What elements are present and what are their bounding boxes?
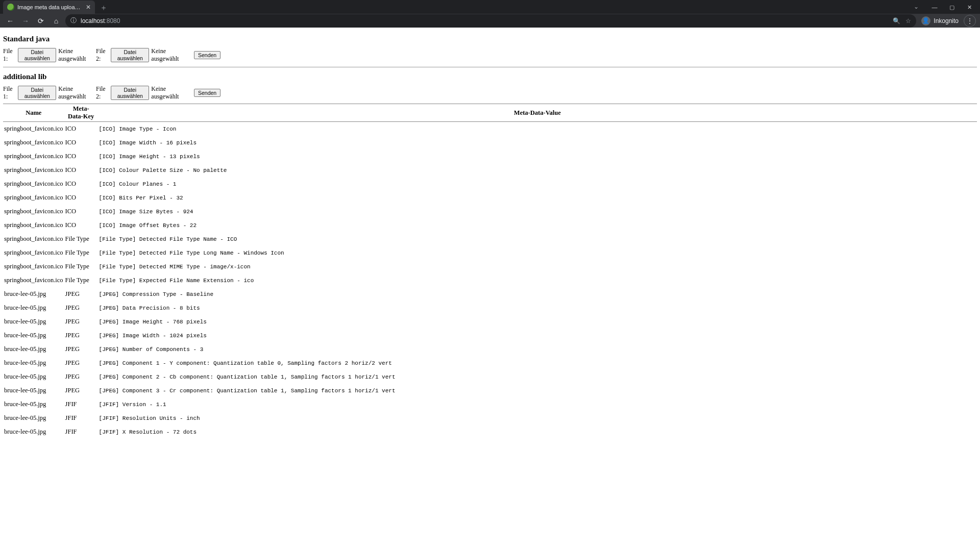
cell-key: JPEG xyxy=(64,315,98,329)
cell-name: springboot_favicon.ico xyxy=(3,205,64,218)
tab-overflow-icon[interactable]: ⌄ xyxy=(914,3,919,11)
file2-label-lib: File 2: xyxy=(96,85,109,101)
table-row: springboot_favicon.icoFile Type[File Typ… xyxy=(3,246,977,260)
cell-value: [File Type] Expected File Name Extension… xyxy=(98,273,977,287)
profile-chip[interactable]: 👤 Inkognito xyxy=(919,16,961,26)
cell-key: File Type xyxy=(64,260,98,273)
minimize-icon[interactable]: — xyxy=(927,2,942,12)
table-row: bruce-lee-05.jpgJFIF[JFIF] X Resolution … xyxy=(3,425,977,439)
zoom-icon[interactable]: 🔍 xyxy=(893,17,900,24)
cell-name: springboot_favicon.ico xyxy=(3,246,64,260)
col-key: Meta-Data-Key xyxy=(64,104,98,122)
cell-value: [JPEG] Compression Type - Baseline xyxy=(98,287,977,301)
cell-value: [ICO] Image Height - 13 pixels xyxy=(98,149,977,163)
heading-standard-java: Standard java xyxy=(3,35,977,43)
cell-value: [ICO] Image Width - 16 pixels xyxy=(98,136,977,149)
cell-value: [JFIF] Resolution Units - inch xyxy=(98,411,977,425)
cell-value: [JPEG] Component 1 - Y component: Quanti… xyxy=(98,356,977,370)
file1-choose-button-lib[interactable]: Datei auswählen xyxy=(18,86,56,100)
new-tab-button[interactable]: + xyxy=(98,3,109,14)
file1-label: File 1: xyxy=(3,47,16,63)
browser-chrome: Image meta data upload Exampl ✕ + ⌄ — ▢ … xyxy=(0,0,980,28)
back-button[interactable]: ← xyxy=(4,15,16,27)
bookmark-icon[interactable]: ☆ xyxy=(905,17,911,24)
cell-value: [JFIF] Version - 1.1 xyxy=(98,397,977,411)
tab-title: Image meta data upload Exampl xyxy=(17,4,83,10)
heading-additional-lib: additional lib xyxy=(3,72,977,81)
form-standard: File 1: Datei auswählen Keine ausgewählt… xyxy=(3,47,977,66)
cell-value: [ICO] Image Offset Bytes - 22 xyxy=(98,218,977,232)
cell-value: [JPEG] Image Width - 1024 pixels xyxy=(98,329,977,342)
table-row: springboot_favicon.icoFile Type[File Typ… xyxy=(3,232,977,246)
cell-key: ICO xyxy=(64,218,98,232)
address-bar[interactable]: ⓘ localhost:8080 🔍 ☆ xyxy=(65,14,916,28)
col-name: Name xyxy=(3,104,64,122)
submit-lib-button[interactable]: Senden xyxy=(194,89,220,97)
cell-key: File Type xyxy=(64,273,98,287)
cell-value: [JPEG] Image Height - 768 pixels xyxy=(98,315,977,329)
cell-name: bruce-lee-05.jpg xyxy=(3,287,64,301)
page-body: Standard java File 1: Datei auswählen Ke… xyxy=(0,28,980,449)
cell-key: JPEG xyxy=(64,342,98,356)
cell-key: JFIF xyxy=(64,397,98,411)
window-controls: — ▢ ✕ xyxy=(927,2,977,12)
table-row: bruce-lee-05.jpgJPEG[JPEG] Data Precisio… xyxy=(3,301,977,315)
browser-toolbar: ← → ⟳ ⌂ ⓘ localhost:8080 🔍 ☆ 👤 Inkognito… xyxy=(0,14,980,28)
file1-status: Keine ausgewählt xyxy=(58,47,94,63)
cell-key: ICO xyxy=(64,122,98,136)
cell-value: [File Type] Detected MIME Type - image/x… xyxy=(98,260,977,273)
cell-value: [JPEG] Component 3 - Cr component: Quant… xyxy=(98,384,977,397)
cell-name: bruce-lee-05.jpg xyxy=(3,370,64,384)
cell-name: bruce-lee-05.jpg xyxy=(3,411,64,425)
cell-key: ICO xyxy=(64,136,98,149)
home-button[interactable]: ⌂ xyxy=(50,15,62,27)
maximize-icon[interactable]: ▢ xyxy=(944,2,960,12)
cell-key: JPEG xyxy=(64,384,98,397)
close-window-icon[interactable]: ✕ xyxy=(962,2,977,12)
cell-key: JFIF xyxy=(64,425,98,439)
cell-name: bruce-lee-05.jpg xyxy=(3,315,64,329)
submit-standard-button[interactable]: Senden xyxy=(194,51,220,59)
file2-label: File 2: xyxy=(96,47,109,63)
cell-name: bruce-lee-05.jpg xyxy=(3,425,64,439)
tab-strip: Image meta data upload Exampl ✕ + ⌄ — ▢ … xyxy=(0,0,980,14)
cell-name: springboot_favicon.ico xyxy=(3,260,64,273)
cell-value: [ICO] Colour Palette Size - No palette xyxy=(98,163,977,177)
file1-status-lib: Keine ausgewählt xyxy=(58,85,94,101)
table-row: springboot_favicon.icoFile Type[File Typ… xyxy=(3,260,977,273)
col-value: Meta-Data-Value xyxy=(98,104,977,122)
file2-choose-button[interactable]: Datei auswählen xyxy=(111,48,149,62)
metadata-table: Name Meta-Data-Key Meta-Data-Value sprin… xyxy=(3,104,977,439)
url-host: localhost xyxy=(81,17,105,24)
cell-value: [JPEG] Number of Components - 3 xyxy=(98,342,977,356)
cell-value: [JFIF] X Resolution - 72 dots xyxy=(98,425,977,439)
forward-button[interactable]: → xyxy=(19,15,32,27)
table-row: springboot_favicon.icoICO[ICO] Image Off… xyxy=(3,218,977,232)
table-row: bruce-lee-05.jpgJFIF[JFIF] Version - 1.1 xyxy=(3,397,977,411)
cell-key: ICO xyxy=(64,205,98,218)
file2-status-lib: Keine ausgewählt xyxy=(151,85,187,101)
close-tab-icon[interactable]: ✕ xyxy=(86,4,91,11)
cell-key: JFIF xyxy=(64,411,98,425)
cell-key: JPEG xyxy=(64,301,98,315)
table-row: bruce-lee-05.jpgJPEG[JPEG] Component 1 -… xyxy=(3,356,977,370)
browser-menu-button[interactable]: ⋮ xyxy=(964,15,976,27)
file1-choose-button[interactable]: Datei auswählen xyxy=(18,48,56,62)
cell-value: [ICO] Image Type - Icon xyxy=(98,122,977,136)
cell-key: JPEG xyxy=(64,356,98,370)
file2-status: Keine ausgewählt xyxy=(151,47,187,63)
site-info-icon[interactable]: ⓘ xyxy=(70,16,77,25)
cell-name: bruce-lee-05.jpg xyxy=(3,301,64,315)
reload-button[interactable]: ⟳ xyxy=(35,15,47,27)
table-row: springboot_favicon.icoICO[ICO] Colour Pl… xyxy=(3,177,977,191)
profile-label: Inkognito xyxy=(934,17,959,24)
cell-value: [JPEG] Component 2 - Cb component: Quant… xyxy=(98,370,977,384)
cell-key: JPEG xyxy=(64,370,98,384)
browser-tab[interactable]: Image meta data upload Exampl ✕ xyxy=(3,1,95,14)
file2-choose-button-lib[interactable]: Datei auswählen xyxy=(111,86,149,100)
cell-name: springboot_favicon.ico xyxy=(3,191,64,205)
divider xyxy=(3,67,977,67)
cell-value: [ICO] Image Size Bytes - 924 xyxy=(98,205,977,218)
url-port: :8080 xyxy=(105,17,120,24)
incognito-icon: 👤 xyxy=(921,16,930,26)
